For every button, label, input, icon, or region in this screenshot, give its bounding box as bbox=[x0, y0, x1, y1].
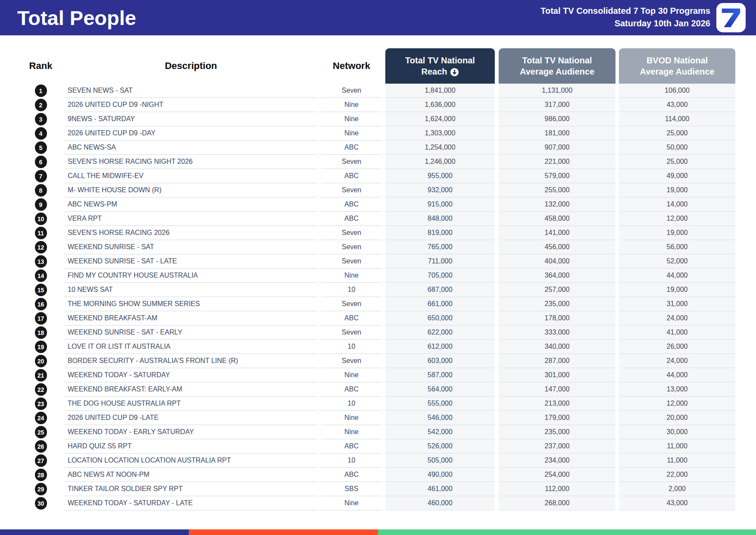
table-row: 3 9NEWS - SATURDAY Nine 1,624,000 986,00… bbox=[0, 112, 756, 126]
network-name: Seven bbox=[321, 297, 382, 311]
program-description: THE DOG HOUSE AUSTRALIA RPT bbox=[64, 397, 318, 411]
bvod-avg-audience-value: 13,000 bbox=[619, 382, 735, 397]
report-date: Saturday 10th Jan 2026 bbox=[540, 17, 710, 30]
bvod-avg-audience-value: 2,000 bbox=[619, 482, 735, 496]
bvod-avg-audience-value: 44,000 bbox=[619, 269, 735, 283]
rank-badge: 23 bbox=[35, 397, 47, 410]
program-description: LOVE IT OR LIST IT AUSTRALIA bbox=[64, 340, 318, 354]
table-row: 9 ABC NEWS-PM ABC 915,000 132,000 14,000 bbox=[0, 197, 756, 212]
rank-badge: 16 bbox=[35, 298, 47, 310]
rank-badge: 22 bbox=[35, 383, 47, 396]
reach-value: 555,000 bbox=[385, 397, 495, 411]
table-row: 8 M- WHITE HOUSE DOWN (R) Seven 932,000 … bbox=[0, 183, 756, 197]
table-row: 29 TINKER TAILOR SOLDIER SPY RPT SBS 461… bbox=[0, 482, 756, 496]
bvod-avg-audience-value: 26,000 bbox=[619, 340, 735, 354]
column-header-rank: Rank bbox=[17, 48, 64, 84]
reach-value: 915,000 bbox=[385, 197, 495, 212]
network-name: Nine bbox=[321, 496, 382, 510]
bvod-avg-audience-value: 11,000 bbox=[619, 454, 735, 468]
tv-avg-audience-value: 255,000 bbox=[499, 183, 615, 197]
network-name: Nine bbox=[321, 425, 382, 439]
tv-avg-audience-value: 579,000 bbox=[499, 169, 615, 183]
network-name: ABC bbox=[321, 439, 382, 454]
reach-value: 1,246,000 bbox=[385, 155, 495, 169]
tv-avg-audience-value: 268,000 bbox=[499, 496, 615, 510]
reach-value: 1,303,000 bbox=[385, 126, 495, 141]
rank-cell: 11 bbox=[17, 226, 64, 240]
program-description: SEVEN NEWS - SAT bbox=[64, 84, 318, 98]
program-description: M- WHITE HOUSE DOWN (R) bbox=[64, 183, 318, 197]
rank-badge: 27 bbox=[35, 454, 47, 467]
reach-value: 1,254,000 bbox=[385, 141, 495, 155]
page-title: Total People bbox=[17, 6, 136, 30]
network-name: ABC bbox=[321, 197, 382, 212]
bvod-avg-audience-value: 19,000 bbox=[619, 226, 735, 240]
network-name: Seven bbox=[321, 183, 382, 197]
seven-7-icon bbox=[721, 7, 741, 28]
rank-badge: 1 bbox=[35, 84, 47, 97]
network-name: Seven bbox=[321, 155, 382, 169]
bvod-avg-audience-value: 43,000 bbox=[619, 98, 735, 112]
rank-cell: 12 bbox=[17, 240, 64, 254]
reach-value: 526,000 bbox=[385, 439, 495, 454]
bvod-avg-audience-value: 25,000 bbox=[619, 155, 735, 169]
program-description: ABC NEWS AT NOON-PM bbox=[64, 468, 318, 482]
tv-avg-audience-value: 364,000 bbox=[499, 269, 615, 283]
network-name: 10 bbox=[321, 340, 382, 354]
reach-value: 587,000 bbox=[385, 368, 495, 382]
reach-value: 542,000 bbox=[385, 425, 495, 439]
column-header-bvod-avg-audience[interactable]: BVOD National Average Audience bbox=[619, 48, 735, 84]
tv-avg-audience-value: 181,000 bbox=[499, 126, 615, 141]
rank-cell: 8 bbox=[17, 183, 64, 197]
reach-header-label: Total TV National Reach bbox=[405, 56, 475, 76]
network-name: Nine bbox=[321, 98, 382, 112]
column-header-total-tv-reach[interactable]: Total TV National Reach bbox=[385, 48, 495, 84]
rank-cell: 30 bbox=[17, 496, 64, 510]
program-description: ABC NEWS-PM bbox=[64, 197, 318, 212]
rank-badge: 4 bbox=[35, 127, 47, 140]
sort-descending-icon[interactable] bbox=[450, 68, 459, 77]
tv-avg-audience-value: 986,000 bbox=[499, 112, 615, 126]
rank-cell: 13 bbox=[17, 254, 64, 269]
table-row: 30 WEEKEND TODAY - SATURDAY - LATE Nine … bbox=[0, 496, 756, 510]
bvod-avg-audience-value: 56,000 bbox=[619, 240, 735, 254]
column-header-total-tv-avg-audience[interactable]: Total TV National Average Audience bbox=[499, 48, 615, 84]
reach-value: 650,000 bbox=[385, 311, 495, 325]
network-name: ABC bbox=[321, 311, 382, 325]
column-header-description: Description bbox=[64, 48, 318, 84]
bvod-avg-audience-value: 52,000 bbox=[619, 254, 735, 269]
column-header-network: Network bbox=[321, 48, 382, 84]
reach-value: 765,000 bbox=[385, 240, 495, 254]
program-description: VERA RPT bbox=[64, 212, 318, 226]
tv-avg-audience-value: 235,000 bbox=[499, 297, 615, 311]
report-subtitle: Total TV Consolidated 7 Top 30 Programs … bbox=[540, 5, 710, 30]
network-name: 10 bbox=[321, 283, 382, 297]
reach-value: 711,000 bbox=[385, 254, 495, 269]
program-description: WEEKEND TODAY - SATURDAY - LATE bbox=[64, 496, 318, 510]
rank-cell: 15 bbox=[17, 283, 64, 297]
bvod-avg-audience-value: 24,000 bbox=[619, 311, 735, 325]
table-row: 25 WEEKEND TODAY - EARLY SATURDAY Nine 5… bbox=[0, 425, 756, 439]
network-name: SBS bbox=[321, 482, 382, 496]
reach-value: 687,000 bbox=[385, 283, 495, 297]
network-name: ABC bbox=[321, 141, 382, 155]
program-description: WEEKEND SUNRISE - SAT - EARLY bbox=[64, 325, 318, 340]
rank-badge: 6 bbox=[35, 156, 47, 168]
reach-value: 955,000 bbox=[385, 169, 495, 183]
rank-cell: 20 bbox=[17, 354, 64, 368]
rank-badge: 24 bbox=[35, 412, 47, 424]
rank-cell: 22 bbox=[17, 382, 64, 397]
program-description: WEEKEND SUNRISE - SAT bbox=[64, 240, 318, 254]
footer-bar-segment-green bbox=[378, 529, 756, 535]
bvod-avg-audience-value: 114,000 bbox=[619, 112, 735, 126]
program-description: SEVEN'S HORSE RACING NIGHT 2026 bbox=[64, 155, 318, 169]
program-description: TINKER TAILOR SOLDIER SPY RPT bbox=[64, 482, 318, 496]
reach-value: 490,000 bbox=[385, 468, 495, 482]
tv-avg-audience-value: 237,000 bbox=[499, 439, 615, 454]
program-description: BORDER SECURITY - AUSTRALIA'S FRONT LINE… bbox=[64, 354, 318, 368]
program-description: HARD QUIZ S5 RPT bbox=[64, 439, 318, 454]
bvod-avg-audience-value: 49,000 bbox=[619, 169, 735, 183]
tv-avg-audience-value: 257,000 bbox=[499, 283, 615, 297]
rank-badge: 28 bbox=[35, 469, 47, 481]
table-row: 17 WEEKEND BREAKFAST-AM ABC 650,000 178,… bbox=[0, 311, 756, 325]
